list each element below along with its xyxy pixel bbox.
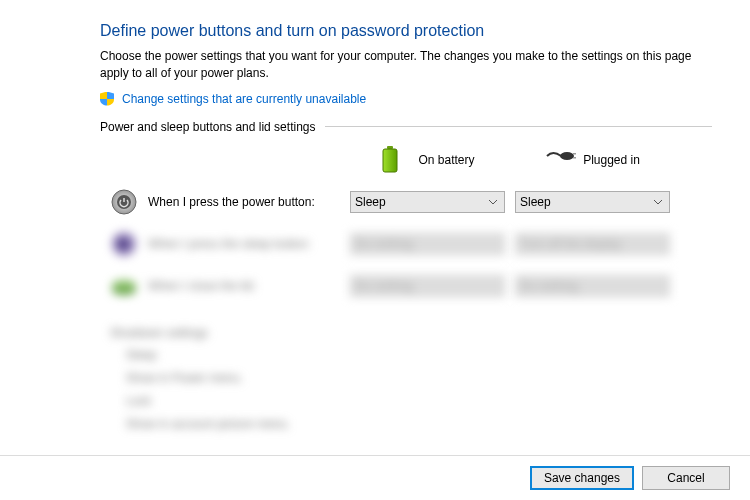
change-unavailable-settings-link[interactable]: Change settings that are currently unava… xyxy=(122,92,366,106)
lid-battery-select: Do nothing xyxy=(350,275,505,297)
power-button-plugged-select[interactable]: Sleep xyxy=(515,191,670,213)
plug-icon xyxy=(545,146,573,174)
page-title: Define power buttons and turn on passwor… xyxy=(100,22,712,40)
cancel-button[interactable]: Cancel xyxy=(642,466,730,490)
shutdown-opt-lock: Lock xyxy=(126,390,712,413)
save-changes-button[interactable]: Save changes xyxy=(530,466,634,490)
power-button-battery-select[interactable]: Sleep xyxy=(350,191,505,213)
column-plugged-label: Plugged in xyxy=(583,153,640,167)
shield-icon xyxy=(100,92,114,106)
power-button-row-label: When I press the power button: xyxy=(148,195,315,209)
lid-icon xyxy=(110,272,138,300)
svg-rect-4 xyxy=(573,157,576,159)
page-description: Choose the power settings that you want … xyxy=(100,48,712,82)
sleep-button-plugged-select: Turn off the display xyxy=(515,233,670,255)
sleep-button-row-label: When I press the sleep button: xyxy=(148,237,311,251)
battery-icon xyxy=(380,146,408,174)
lid-plugged-select: Do nothing xyxy=(515,275,670,297)
svg-point-9 xyxy=(112,280,136,290)
shutdown-heading: Shutdown settings xyxy=(110,322,712,345)
shutdown-opt-sleep: Sleep xyxy=(126,344,712,367)
divider xyxy=(325,126,712,127)
shutdown-opt-sleep-sub: Show in Power menu. xyxy=(126,367,712,390)
sleep-button-icon xyxy=(110,230,138,258)
sleep-button-battery-select: Do nothing xyxy=(350,233,505,255)
column-battery-label: On battery xyxy=(418,153,474,167)
section-label: Power and sleep buttons and lid settings xyxy=(100,120,315,134)
svg-rect-3 xyxy=(573,153,576,155)
svg-rect-1 xyxy=(383,149,397,172)
lid-row-label: When I close the lid: xyxy=(148,279,256,293)
shutdown-opt-lock-sub: Show in account picture menu. xyxy=(126,413,712,436)
power-button-icon xyxy=(110,188,138,216)
svg-point-2 xyxy=(560,152,574,160)
